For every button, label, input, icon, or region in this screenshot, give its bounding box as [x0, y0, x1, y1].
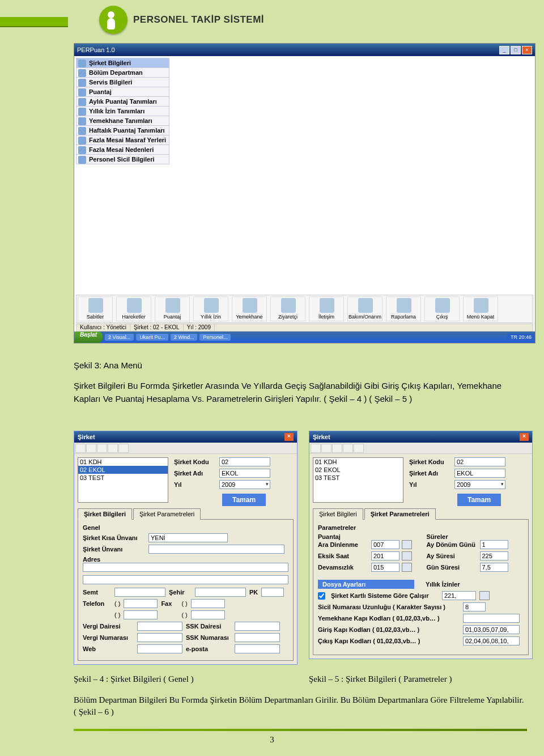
toolbar-icon[interactable]: [97, 444, 107, 453]
vergi-dairesi-input[interactable]: [137, 622, 182, 631]
menu-item-fazla-mesai-masraf[interactable]: Fazla Mesai Masraf Yerleri: [76, 135, 169, 145]
toolbar-icon[interactable]: [354, 444, 364, 453]
sicil-uzunluk-input[interactable]: [463, 602, 486, 611]
toolbar-cikis[interactable]: Çıkış: [424, 296, 460, 321]
gun-suresi-input[interactable]: [480, 563, 508, 572]
adres-input-2[interactable]: [83, 575, 288, 584]
ssk-no-input[interactable]: [235, 633, 280, 642]
semt-input[interactable]: [114, 588, 165, 597]
toolbar-icon[interactable]: [321, 444, 332, 453]
menu-item-yemekhane[interactable]: Yemekhane Tanımları: [76, 116, 169, 125]
figure-5-caption: Şekil – 5 : Şirket Bilgileri ( Parametre…: [309, 674, 452, 684]
eksik-saat-input[interactable]: [371, 551, 400, 560]
fax-input[interactable]: [191, 599, 225, 608]
toolbar-raporlama[interactable]: Raporlama: [386, 296, 421, 321]
paragraph-2: Bölüm Departman Bilgileri Bu Formda Şirk…: [74, 694, 527, 718]
toolbar-icon[interactable]: [343, 444, 353, 453]
sirket-adi-input[interactable]: [454, 469, 505, 478]
toolbar-iletisim[interactable]: İletişim: [309, 296, 344, 321]
menu-item-haftalik-puantaj[interactable]: Haftalık Puantaj Tanımları: [76, 125, 169, 135]
toolbar-icon[interactable]: [108, 444, 118, 453]
yil-combo[interactable]: 2009: [454, 480, 505, 489]
giris-kapi-label: Giriş Kapı Kodları ( 01,02,03,vb… ): [318, 626, 460, 633]
menu-item-fazla-mesai-neden[interactable]: Fazla Mesai Nedenleri: [76, 145, 169, 154]
toolbar-menu-kapat[interactable]: Menü Kapat: [463, 296, 498, 321]
picker-icon[interactable]: [479, 591, 490, 600]
yil-combo[interactable]: 2009: [219, 480, 270, 489]
tab-sirket-parametreleri[interactable]: Şirket Parametreleri: [364, 508, 436, 520]
kisa-unvan-input[interactable]: [148, 533, 228, 542]
unvan-input[interactable]: [148, 545, 284, 554]
picker-icon[interactable]: [402, 540, 412, 549]
tab-sirket-parametreleri[interactable]: Şirket Parametreleri: [133, 508, 201, 520]
list-item[interactable]: 03 TEST: [78, 474, 168, 482]
menu-item-aylik-puantaj[interactable]: Aylık Puantaj Tanımları: [76, 96, 169, 106]
picker-icon[interactable]: [402, 551, 412, 560]
dialog-close-button[interactable]: ×: [520, 433, 529, 441]
toolbar-icon[interactable]: [86, 444, 96, 453]
yillik-izin-input[interactable]: [442, 591, 476, 600]
taskbar-item[interactable]: 2 Wind...: [171, 334, 198, 341]
dialog-close-button[interactable]: ×: [284, 433, 294, 441]
tamam-button[interactable]: Tamam: [222, 494, 266, 506]
menu-item-bolum-departman[interactable]: Bölüm Departman: [76, 67, 169, 77]
tamam-button[interactable]: Tamam: [457, 494, 501, 506]
tab-sirket-bilgileri[interactable]: Şirket Bilgileri: [313, 508, 363, 520]
sirket-kodu-input[interactable]: [219, 457, 270, 466]
eposta-input[interactable]: [235, 644, 280, 653]
ara-dinlenme-input[interactable]: [371, 540, 400, 549]
list-item[interactable]: 01 KDH: [313, 458, 403, 466]
close-button[interactable]: ×: [522, 46, 532, 54]
menu-item-yillik-izin[interactable]: Yıllık İzin Tanımları: [76, 106, 169, 116]
list-item[interactable]: 01 KDH: [78, 458, 168, 466]
devamsizlik-input[interactable]: [371, 563, 400, 572]
sirket-adi-input[interactable]: [219, 469, 270, 478]
toolbar-ziyaretci[interactable]: Ziyaretçi: [270, 296, 305, 321]
toolbar-icon[interactable]: [75, 444, 86, 453]
taskbar-item[interactable]: Personel...: [199, 334, 231, 341]
taskbar-item[interactable]: Ukarit Pu...: [136, 334, 168, 341]
menu-item-sirket-bilgileri[interactable]: Şirket Bilgileri: [76, 58, 169, 67]
cikis-kapi-input[interactable]: [463, 636, 520, 645]
yemekhane-kapi-input[interactable]: [463, 614, 520, 623]
adres-input-1[interactable]: [83, 563, 288, 572]
fax-input-2[interactable]: [191, 610, 225, 619]
ay-suresi-input[interactable]: [480, 551, 508, 560]
toolbar-icon[interactable]: [118, 444, 129, 453]
ay-donum-input[interactable]: [480, 540, 508, 549]
telefon-input[interactable]: [124, 599, 158, 608]
minimize-button[interactable]: _: [499, 46, 509, 54]
list-item-selected[interactable]: 02 EKOL: [78, 466, 168, 474]
sehir-input[interactable]: [195, 588, 246, 597]
toolbar-yemekhane[interactable]: Yemekhane: [232, 296, 267, 321]
taskbar-item[interactable]: 2 Visual...: [105, 334, 134, 341]
start-button[interactable]: Başlat: [74, 332, 103, 343]
picker-icon[interactable]: [402, 563, 412, 572]
toolbar-puantaj[interactable]: Puantaj: [155, 296, 190, 321]
ssk-dairesi-input[interactable]: [235, 622, 280, 631]
toolbar-yillik-izin[interactable]: Yıllık İzin: [193, 296, 228, 321]
tab-sirket-bilgileri[interactable]: Şirket Bilgileri: [78, 508, 132, 520]
kartli-sistem-checkbox[interactable]: [318, 592, 325, 600]
main-app-screenshot: PERPuan 1.0 _ □ × Şirket Bilgileri Bölüm…: [74, 43, 536, 343]
toolbar-bakim[interactable]: Bakım/Onarım: [347, 296, 382, 321]
menu-item-puantaj[interactable]: Puantaj: [76, 87, 169, 96]
list-item[interactable]: 02 EKOL: [313, 466, 403, 474]
sirket-kodu-input[interactable]: [454, 457, 505, 466]
list-item[interactable]: 03 TEST: [313, 474, 403, 482]
sirket-listbox[interactable]: 01 KDH 02 EKOL 03 TEST: [313, 457, 403, 503]
vergi-no-input[interactable]: [137, 633, 182, 642]
toolbar-icon[interactable]: [311, 444, 321, 453]
giris-kapi-input[interactable]: [463, 625, 520, 634]
toolbar-hareketler[interactable]: Hareketler: [116, 296, 151, 321]
web-input[interactable]: [137, 644, 182, 653]
maximize-button[interactable]: □: [511, 46, 521, 54]
ssk-no-label: SSK Numarası: [186, 634, 231, 641]
telefon-input-2[interactable]: [124, 610, 158, 619]
sirket-listbox[interactable]: 01 KDH 02 EKOL 03 TEST: [78, 457, 168, 503]
menu-item-personel-sicil[interactable]: Personel Sicil Bilgileri: [76, 154, 169, 164]
menu-item-servis-bilgileri[interactable]: Servis Bilgileri: [76, 77, 169, 87]
toolbar-sabitler[interactable]: Sabitler: [78, 296, 113, 321]
pk-input[interactable]: [261, 588, 284, 597]
toolbar-icon[interactable]: [332, 444, 342, 453]
